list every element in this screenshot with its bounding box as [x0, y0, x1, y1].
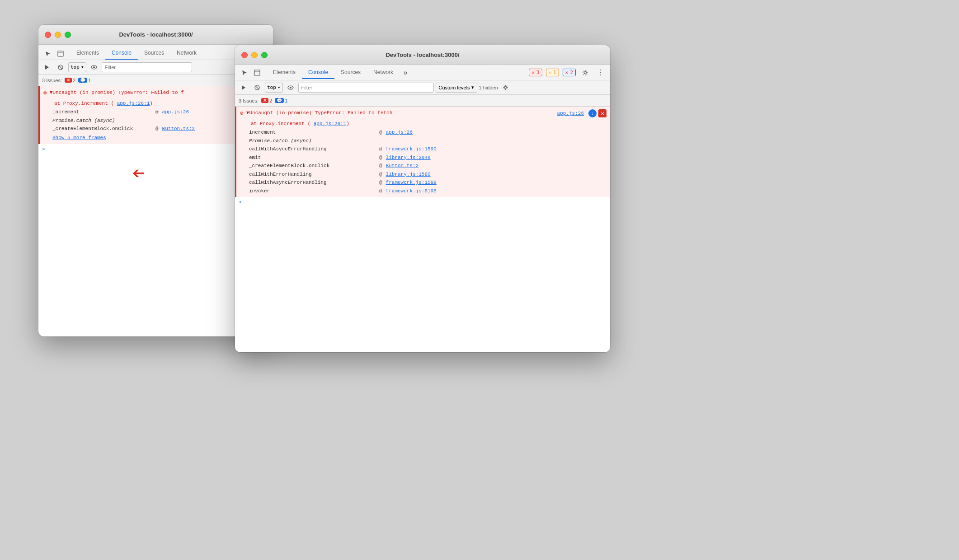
- error-badge-2[interactable]: ✕ 2: [261, 98, 272, 103]
- svg-point-6: [93, 66, 95, 68]
- tab-sources-2[interactable]: Sources: [334, 66, 367, 79]
- warning-badge-group[interactable]: ⚠ 1: [546, 69, 559, 76]
- filter-input-2[interactable]: [298, 83, 434, 93]
- stack-link-w2-6[interactable]: framework.js:1588: [386, 179, 437, 187]
- header-right-icons: ✕ 3 ⚠ 1 ✕ 2 ⋮: [529, 67, 606, 79]
- stack-at-2: @: [155, 125, 159, 133]
- stack-link-2[interactable]: Button.ts:2: [162, 125, 195, 133]
- hidden-count: 1 hidden: [479, 85, 498, 90]
- info-badge-2[interactable]: 💬 1: [275, 98, 287, 103]
- stack-fn-w2-2: callWithAsyncErrorHandling: [249, 145, 376, 153]
- eye-icon-2[interactable]: [285, 82, 296, 93]
- chevron-down-icon-2: ▾: [277, 84, 281, 90]
- context-selector-2[interactable]: top ▾: [265, 83, 283, 93]
- close-button-1[interactable]: [45, 32, 51, 38]
- stack-row-w2-3: emit @ library.js:2049: [236, 154, 610, 162]
- stack-link-w2-7[interactable]: framework.js:8198: [386, 187, 437, 195]
- play-icon-1[interactable]: [41, 61, 53, 73]
- tab-elements-1[interactable]: Elements: [70, 47, 105, 60]
- tab-elements-2[interactable]: Elements: [267, 66, 302, 79]
- window-title-1: DevTools - localhost:3000/: [119, 31, 193, 38]
- stack-at-w2-6: @: [379, 179, 382, 187]
- stack-fn-1: Promise.catch (async): [52, 117, 152, 125]
- maximize-button-1[interactable]: [65, 32, 71, 38]
- cursor-icon[interactable]: [42, 48, 54, 60]
- stack-at-w2-0: @: [379, 129, 382, 136]
- tab-sources-1[interactable]: Sources: [138, 47, 170, 60]
- stack-row-w2-2: callWithAsyncErrorHandling @ framework.j…: [236, 145, 610, 154]
- svg-point-15: [504, 86, 507, 89]
- tab-network-2[interactable]: Network: [367, 66, 400, 79]
- issues-bar-2: 3 Issues: ✕ 2 💬 1: [235, 95, 610, 107]
- info-badge-1[interactable]: 💬 1: [78, 78, 91, 83]
- more-tabs-btn[interactable]: »: [400, 67, 411, 79]
- error-at-line-2: at Proxy.increment ( app.js:26:1): [236, 119, 610, 129]
- tab-console-2[interactable]: Console: [302, 66, 334, 79]
- stack-link-w2-4[interactable]: Button.ts:2: [386, 162, 419, 170]
- gear-icon[interactable]: [579, 67, 591, 79]
- error-row-actions: app.js:26 ↓ ✕: [557, 109, 606, 117]
- titlebar-1: DevTools - localhost:3000/: [38, 25, 273, 45]
- play-icon-2[interactable]: [238, 82, 249, 93]
- minimize-button-2[interactable]: [251, 52, 258, 58]
- error-badge-group[interactable]: ✕ 3: [529, 69, 542, 76]
- context-label-1: top: [71, 64, 80, 70]
- stack-at-w2-5: @: [379, 171, 382, 178]
- error-link-1[interactable]: app.js:26:1: [117, 101, 150, 106]
- minimize-button-1[interactable]: [55, 32, 61, 38]
- close-error-btn[interactable]: ✕: [598, 109, 606, 117]
- stack-row-w2-0: increment @ app.js:26: [236, 128, 610, 137]
- svg-marker-2: [45, 65, 49, 70]
- gear-icon-console[interactable]: [500, 82, 512, 93]
- custom-levels-label: Custom levels: [439, 85, 470, 90]
- tab-console-1[interactable]: Console: [105, 47, 138, 60]
- warning-triangle-icon: ⚠: [549, 70, 552, 75]
- titlebar-2: DevTools - localhost:3000/: [235, 45, 610, 65]
- svg-rect-0: [58, 51, 63, 56]
- info-badge-group[interactable]: ✕ 2: [563, 69, 576, 76]
- tab-network-1[interactable]: Network: [170, 47, 203, 60]
- stack-at-0: @: [155, 108, 159, 116]
- more-options-btn[interactable]: ⋮: [595, 67, 606, 79]
- stack-fn-w2-4: _createElementBlock.onClick: [249, 162, 376, 170]
- stack-link-w2-3[interactable]: library.js:2049: [386, 154, 431, 162]
- error-count-header: 3: [536, 70, 540, 75]
- stack-link-w2-2[interactable]: framework.js:1590: [386, 145, 437, 153]
- stack-at-w2-3: @: [379, 154, 382, 162]
- block-icon-2[interactable]: [251, 82, 263, 93]
- stack-row-w2-7: invoker @ framework.js:8198: [236, 187, 610, 196]
- error-at-text-1: at Proxy.increment ( app.js:26:1): [54, 100, 153, 107]
- error-badge-1[interactable]: ✕ 2: [65, 78, 75, 83]
- svg-point-14: [290, 87, 291, 89]
- stack-fn-w2-0: increment: [249, 129, 376, 136]
- info-icon-1: 💬: [78, 78, 87, 83]
- stack-fn-w2-1: Promise.catch (async): [249, 137, 348, 145]
- maximize-button-2[interactable]: [261, 52, 268, 58]
- error-file-link[interactable]: app.js:26: [557, 110, 584, 117]
- stack-row-w2-4: _createElementBlock.onClick @ Button.ts:…: [236, 162, 610, 170]
- context-label-2: top: [267, 84, 276, 90]
- block-icon-1[interactable]: [55, 61, 66, 73]
- stack-link-0[interactable]: app.js:26: [162, 108, 189, 116]
- stack-fn-w2-5: callWithErrorHandling: [249, 171, 376, 178]
- stack-link-w2-5[interactable]: library.js:1580: [386, 171, 431, 178]
- traffic-lights-1: [45, 32, 71, 38]
- stack-link-w2-0[interactable]: app.js:26: [386, 129, 413, 136]
- panel-icon-2[interactable]: [251, 67, 263, 79]
- error-main-line-2: ⊗ ▼Uncaught (in promise) TypeError: Fail…: [236, 108, 610, 119]
- eye-icon-1[interactable]: [88, 61, 100, 73]
- warning-count-header: 1: [553, 70, 556, 75]
- cursor-icon-2[interactable]: [239, 67, 250, 79]
- close-button-2[interactable]: [241, 52, 248, 58]
- filter-input-1[interactable]: [102, 62, 192, 72]
- context-selector-1[interactable]: top ▾: [68, 62, 86, 72]
- error-group-2: ⊗ ▼Uncaught (in promise) TypeError: Fail…: [235, 107, 610, 197]
- panel-icon[interactable]: [55, 48, 66, 60]
- custom-levels-select[interactable]: Custom levels ▾: [436, 83, 477, 93]
- console-content-2: ⊗ ▼Uncaught (in promise) TypeError: Fail…: [235, 107, 610, 328]
- download-icon[interactable]: ↓: [588, 109, 597, 117]
- svg-line-4: [59, 65, 62, 69]
- console-cursor-2[interactable]: >: [235, 197, 610, 208]
- error-link-2[interactable]: app.js:26:1: [314, 121, 347, 126]
- chevron-down-icon-levels: ▾: [471, 84, 474, 90]
